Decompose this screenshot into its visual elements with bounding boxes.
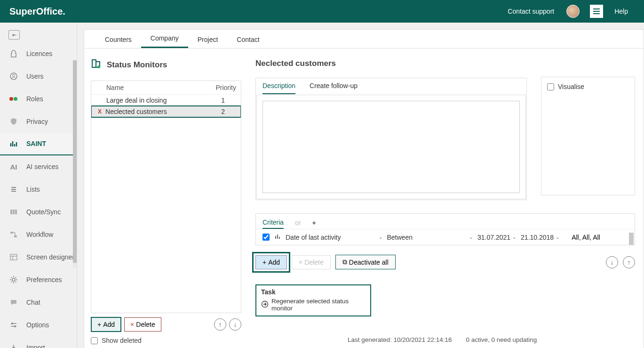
add-monitor-button[interactable]: +Add: [91, 317, 121, 332]
collapse-sidebar-button[interactable]: ⇤: [8, 30, 20, 40]
nav-label: Lists: [26, 186, 40, 193]
nav-label: SAINT: [26, 140, 46, 147]
add-criteria-button[interactable]: +Add: [255, 255, 287, 269]
criteria-summary: All, All, All: [572, 234, 600, 241]
layout-icon: [8, 252, 19, 262]
barcode-icon: [8, 207, 19, 217]
nav-quote-sync[interactable]: Quote/Sync: [0, 201, 77, 223]
nav-licences[interactable]: Licences: [0, 42, 77, 65]
last-generated: Last generated: 10/20/2021 22:14:16: [348, 336, 452, 343]
scroll-down-button[interactable]: ↓: [606, 256, 618, 268]
criteria-operator-select[interactable]: Between⌄: [387, 234, 473, 241]
copy-icon: ⧉: [342, 258, 347, 266]
workflow-icon: [8, 229, 19, 240]
tab-counters[interactable]: Counters: [95, 31, 141, 48]
nav-saint[interactable]: SAINT: [0, 133, 77, 155]
import-icon: [8, 342, 19, 348]
nav-label: Roles: [26, 95, 43, 103]
nav-label: Screen designer: [26, 253, 74, 261]
name-header[interactable]: Name: [96, 84, 215, 91]
tab-create-followup[interactable]: Create follow-up: [310, 78, 358, 94]
sidebar-scrollbar[interactable]: [73, 60, 77, 267]
priority-header[interactable]: Priority: [215, 84, 236, 91]
criteria-actions: +Add × Delete ⧉ Deactivate all ↓ ↑: [255, 247, 635, 272]
chevron-down-icon: ⌄: [556, 235, 559, 240]
criteria-tab[interactable]: Criteria: [262, 217, 284, 229]
nav-label: Import: [26, 344, 45, 348]
app-menu-button[interactable]: [590, 5, 603, 18]
contact-support-link[interactable]: Contact support: [508, 8, 554, 15]
criteria-panel: Criteria or + Date of last activity⌄: [255, 213, 635, 245]
svg-point-2: [9, 97, 13, 101]
move-down-button[interactable]: ↓: [229, 318, 241, 331]
move-up-button[interactable]: ↑: [214, 318, 226, 331]
nav-label: Options: [26, 321, 49, 329]
criteria-field-select[interactable]: Date of last activity⌄: [286, 234, 382, 241]
description-textarea[interactable]: [262, 101, 520, 193]
tab-project[interactable]: Project: [188, 31, 228, 48]
nav-ai-services[interactable]: AI AI services: [0, 155, 77, 178]
table-header: Name Priority: [91, 81, 241, 95]
criteria-scrollbar[interactable]: [629, 233, 634, 245]
svg-point-8: [11, 323, 13, 324]
deactivate-all-button[interactable]: ⧉ Deactivate all: [335, 255, 396, 269]
nav-roles[interactable]: Roles: [0, 88, 77, 110]
row-name: Neclected customers: [105, 108, 167, 115]
column-icon: [274, 233, 281, 241]
plus-icon: +: [262, 259, 266, 266]
show-deleted-checkbox[interactable]: [91, 337, 98, 344]
task-heading: Task: [261, 288, 366, 296]
svg-point-7: [12, 278, 15, 281]
chart-icon: [8, 138, 19, 149]
sliders-icon: [8, 320, 19, 330]
tab-contact[interactable]: Contact: [227, 31, 269, 48]
svg-point-3: [14, 97, 17, 101]
row-priority: 1: [221, 97, 236, 104]
nav-preferences[interactable]: Preferences: [0, 268, 77, 291]
status-monitors-table: Name Priority Large deal in closing 1 XN…: [91, 81, 241, 313]
criteria-date1-select[interactable]: 31.07.2021⌄: [477, 234, 516, 241]
row-name: Large deal in closing: [106, 97, 167, 104]
chat-icon: [8, 297, 19, 308]
top-bar: SuperOffice. Contact support Help: [0, 0, 644, 23]
nav-lists[interactable]: Lists: [0, 178, 77, 201]
nav-screen-designer[interactable]: Screen designer: [0, 246, 77, 268]
show-deleted-label: Show deleted: [102, 337, 142, 344]
scroll-up-button[interactable]: ↑: [623, 256, 635, 268]
status-monitors-title: Status Monitors: [107, 60, 167, 70]
delete-criteria-button[interactable]: × Delete: [292, 255, 331, 269]
table-row[interactable]: XNeclected customers 2: [91, 106, 241, 117]
tab-company[interactable]: Company: [141, 30, 188, 48]
chevron-down-icon: ⌄: [512, 235, 516, 240]
show-deleted-row: Show deleted: [91, 337, 241, 344]
shield-icon: [8, 116, 19, 127]
nav-label: Privacy: [26, 118, 48, 125]
help-link[interactable]: Help: [614, 8, 628, 15]
criteria-date2-select[interactable]: 21.10.2018⌄: [521, 234, 559, 241]
nav-label: Preferences: [26, 276, 62, 283]
arrow-circle-icon: [261, 300, 269, 309]
svg-point-1: [13, 74, 15, 77]
tab-description[interactable]: Description: [262, 78, 295, 94]
nav-import[interactable]: Import ▾: [0, 336, 77, 348]
regenerate-link[interactable]: Regenerate selected status monitor: [261, 298, 366, 312]
nav-privacy[interactable]: Privacy: [0, 110, 77, 133]
chevron-down-icon: ⌄: [469, 235, 473, 240]
add-criteria-group-button[interactable]: +: [312, 217, 316, 228]
user-avatar[interactable]: [566, 5, 580, 18]
nav-options[interactable]: Options: [0, 314, 77, 336]
nav-label: Users: [26, 73, 44, 80]
nav-users[interactable]: Users: [0, 65, 77, 88]
user-icon: [8, 71, 19, 81]
nav-chat[interactable]: Chat: [0, 291, 77, 314]
delete-monitor-button[interactable]: ×Delete: [124, 317, 161, 332]
nav-workflow[interactable]: Workflow: [0, 223, 77, 246]
detail-title: Neclected customers: [255, 59, 527, 68]
table-row[interactable]: Large deal in closing 1: [91, 95, 241, 106]
brand-logo: SuperOffice.: [9, 6, 65, 17]
collapse-icon: ⇤: [12, 32, 16, 38]
sidebar-scrollbar-thumb[interactable]: [73, 60, 77, 263]
criteria-row-checkbox[interactable]: [262, 234, 270, 241]
visualise-checkbox[interactable]: [547, 83, 554, 90]
x-icon: ×: [130, 321, 134, 328]
